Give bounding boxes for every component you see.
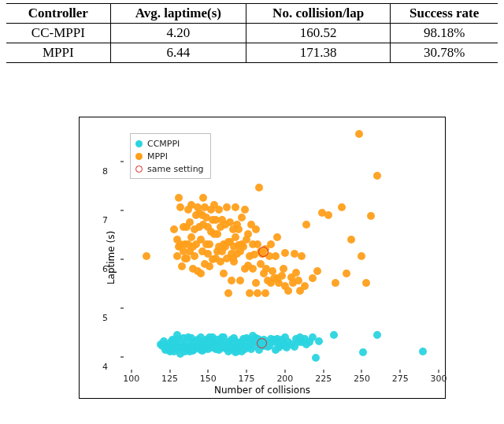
cell-avg-laptime: 6.44 <box>110 43 246 63</box>
data-point-mppi <box>373 172 381 180</box>
data-point-mppi <box>309 274 317 282</box>
x-tick-label: 150 <box>200 374 217 384</box>
legend-label-same: same setting <box>147 164 204 174</box>
data-point-mppi <box>272 252 280 260</box>
data-point-mppi <box>267 240 275 248</box>
chart-legend: CCMPPI MPPI same setting <box>130 133 211 179</box>
data-point-mppi <box>343 270 350 277</box>
table-row: CC-MPPI 4.20 160.52 98.18% <box>6 24 498 43</box>
cell-collisions: 171.38 <box>246 43 391 63</box>
cell-controller: CC-MPPI <box>6 24 110 43</box>
data-point-mppi <box>281 249 289 257</box>
data-point-mppi <box>230 258 238 266</box>
data-point-mppi <box>170 225 178 233</box>
data-point-mppi <box>223 203 231 211</box>
data-point-mppi <box>298 252 306 260</box>
legend-swatch-mppi <box>135 153 143 160</box>
legend-row-mppi: MPPI <box>135 150 204 162</box>
data-point-mppi <box>255 184 263 192</box>
data-point-mppi <box>291 250 298 258</box>
data-point-ccmppi <box>373 331 381 339</box>
data-point-mppi <box>241 206 249 214</box>
data-point-mppi <box>249 265 257 273</box>
y-tick-label: 7 <box>102 215 108 225</box>
data-point-mppi <box>347 236 355 244</box>
x-tick-label: 100 <box>123 374 139 384</box>
cell-success-rate: 30.78% <box>391 43 498 63</box>
y-axis-label: Laptime (s) <box>106 231 117 285</box>
y-tick-label: 6 <box>102 264 108 274</box>
data-point-mppi <box>244 230 252 238</box>
table-row: MPPI 6.44 171.38 30.78% <box>6 43 498 63</box>
x-tick-label: 225 <box>315 374 332 384</box>
cell-success-rate: 98.18% <box>391 24 498 43</box>
data-point-mppi <box>178 262 186 270</box>
data-point-mppi <box>278 272 286 280</box>
data-point-mppi <box>175 194 183 202</box>
data-point-mppi <box>176 203 184 211</box>
data-point-mppi <box>206 240 213 248</box>
x-axis-label: Number of collisions <box>80 385 445 396</box>
cell-avg-laptime: 4.20 <box>110 24 246 43</box>
data-point-mppi <box>213 230 221 238</box>
data-point-mppi <box>261 289 269 297</box>
cell-controller: MPPI <box>6 43 110 63</box>
data-point-mppi <box>280 265 287 273</box>
data-point-ccmppi <box>330 331 338 339</box>
data-point-mppi <box>246 289 254 297</box>
data-point-mppi <box>215 206 223 214</box>
data-point-mppi <box>362 279 370 287</box>
data-point-ccmppi <box>315 337 323 345</box>
x-tick-label: 175 <box>239 374 255 384</box>
data-point-mppi <box>355 130 363 138</box>
x-tick-label: 275 <box>392 374 409 384</box>
data-point-mppi <box>292 269 300 277</box>
y-tick-label: 8 <box>102 166 108 177</box>
table-header-row: Controller Avg. laptime(s) No. collision… <box>6 4 498 24</box>
col-collisions: No. collision/lap <box>246 4 391 24</box>
data-point-mppi <box>273 233 281 241</box>
data-point-mppi <box>197 270 205 277</box>
data-point-ccmppi <box>419 348 427 355</box>
results-table: Controller Avg. laptime(s) No. collision… <box>6 3 498 63</box>
col-avg-laptime: Avg. laptime(s) <box>110 4 246 24</box>
data-point-mppi <box>235 225 243 233</box>
data-point-mppi <box>183 255 191 262</box>
data-point-mppi <box>232 203 239 211</box>
data-point-mppi <box>252 279 260 287</box>
data-point-mppi <box>301 282 309 290</box>
data-point-mppi <box>302 221 310 229</box>
x-tick-label: 250 <box>354 374 370 384</box>
data-point-mppi <box>338 203 346 211</box>
data-point-ccmppi <box>359 348 367 356</box>
y-tick-label: 5 <box>102 313 108 323</box>
data-point-mppi <box>239 243 247 251</box>
col-controller: Controller <box>6 4 110 24</box>
scatter-chart: Laptime (s) Number of collisions CCMPPI … <box>79 117 446 399</box>
data-point-mppi <box>220 270 228 277</box>
data-point-mppi <box>324 211 332 219</box>
col-success-rate: Success rate <box>391 4 498 24</box>
data-point-mppi <box>254 289 261 297</box>
legend-label-ccmppi: CCMPPI <box>147 139 180 149</box>
legend-swatch-same <box>135 166 143 173</box>
data-point-mppi <box>367 212 375 220</box>
same-setting-marker <box>257 338 267 348</box>
data-point-mppi <box>206 262 213 270</box>
data-point-mppi <box>232 233 239 241</box>
data-point-mppi <box>191 252 198 260</box>
x-tick-label: 300 <box>431 374 447 384</box>
data-point-mppi <box>313 267 321 275</box>
data-point-mppi <box>236 277 244 285</box>
data-point-mppi <box>224 289 232 297</box>
legend-label-mppi: MPPI <box>147 151 168 162</box>
legend-swatch-ccmppi <box>135 140 143 147</box>
data-point-mppi <box>284 287 292 295</box>
data-point-mppi <box>252 225 260 233</box>
data-point-mppi <box>238 214 246 221</box>
cell-collisions: 160.52 <box>246 24 391 43</box>
x-tick-label: 200 <box>276 374 293 384</box>
x-tick-label: 125 <box>161 374 178 384</box>
data-point-mppi <box>332 279 339 287</box>
data-point-mppi <box>228 277 235 285</box>
